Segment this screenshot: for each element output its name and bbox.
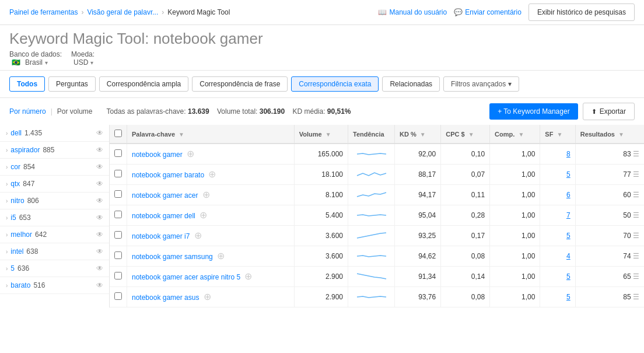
row-checkbox[interactable]: [114, 272, 122, 279]
eye-icon[interactable]: 👁: [96, 163, 103, 171]
detail-icon[interactable]: ☰: [633, 272, 639, 281]
keyword-link[interactable]: notebook gamer acer: [132, 191, 198, 200]
sidebar-item[interactable]: › intel 638 👁: [0, 243, 109, 260]
row-sf-cell[interactable]: 7: [540, 205, 575, 226]
row-check-cell[interactable]: [110, 267, 127, 287]
sidebar-item[interactable]: › qtx 847 👁: [0, 176, 109, 193]
sidebar-item[interactable]: › nitro 806 👁: [0, 193, 109, 209]
tab-exata[interactable]: Correspondência exata: [291, 76, 379, 92]
add-keyword-button[interactable]: ⊕: [204, 292, 211, 302]
sidebar-item[interactable]: › dell 1.435 👁: [0, 125, 109, 142]
history-button[interactable]: Exibir histórico de pesquisas: [528, 4, 635, 21]
detail-icon[interactable]: ☰: [633, 252, 639, 260]
sidebar-item[interactable]: › melhor 642 👁: [0, 226, 109, 243]
col-sf[interactable]: SF ▼: [540, 125, 575, 144]
keyword-link[interactable]: notebook gamer dell: [132, 212, 195, 220]
row-checkbox[interactable]: [114, 231, 122, 239]
row-results-cell: 60 ☰: [575, 185, 644, 205]
row-checkbox[interactable]: [114, 170, 122, 177]
row-sf-cell[interactable]: 5: [540, 165, 575, 185]
keyword-link[interactable]: notebook gamer acer aspire nitro 5: [132, 273, 240, 281]
db-selector[interactable]: 🇧🇷 Brasil ▾: [12, 58, 62, 67]
eye-icon[interactable]: 👁: [96, 230, 103, 239]
keyword-link[interactable]: notebook gamer asus: [132, 293, 199, 302]
row-keyword-cell: notebook gamer i7 ⊕: [127, 226, 295, 246]
eye-icon[interactable]: 👁: [96, 146, 103, 154]
row-sf-cell[interactable]: 4: [540, 246, 575, 267]
eye-icon[interactable]: 👁: [96, 247, 103, 256]
sidebar-item[interactable]: › aspirador 885 👁: [0, 142, 109, 159]
currency-chevron-icon: ▾: [90, 60, 93, 66]
breadcrumb-link-2[interactable]: Visão geral de palavr...: [87, 8, 158, 16]
eye-icon[interactable]: 👁: [96, 214, 103, 222]
detail-icon[interactable]: ☰: [633, 150, 639, 158]
keyword-link[interactable]: notebook gamer: [132, 151, 183, 159]
row-check-cell[interactable]: [110, 226, 127, 246]
row-sf-cell[interactable]: 6: [540, 185, 575, 205]
add-keyword-button[interactable]: ⊕: [208, 170, 216, 179]
eye-icon[interactable]: 👁: [96, 281, 103, 289]
row-checkbox[interactable]: [114, 292, 122, 300]
sort-by-number[interactable]: Por número: [9, 107, 46, 116]
breadcrumb-link-1[interactable]: Painel de ferramentas: [9, 8, 78, 16]
row-check-cell[interactable]: [110, 287, 127, 307]
sidebar-item[interactable]: › i5 653 👁: [0, 209, 109, 226]
tab-relacionadas[interactable]: Relacionadas: [382, 76, 440, 92]
add-keyword-button[interactable]: ⊕: [217, 251, 225, 261]
add-keyword-button[interactable]: ⊕: [187, 149, 194, 159]
col-results[interactable]: Resultados ▼: [575, 125, 644, 144]
row-check-cell[interactable]: [110, 144, 127, 165]
row-sf-cell[interactable]: 8: [540, 144, 575, 165]
row-check-cell[interactable]: [110, 246, 127, 267]
table-body: notebook gamer ⊕ 165.000 92,00 0,10 1,00…: [110, 144, 644, 307]
col-cpc[interactable]: CPC $ ▼: [441, 125, 490, 144]
add-keyword-button[interactable]: ⊕: [194, 231, 202, 240]
detail-icon[interactable]: ☰: [633, 211, 639, 219]
row-checkbox[interactable]: [114, 149, 122, 157]
row-sf-cell[interactable]: 5: [540, 287, 575, 307]
eye-icon[interactable]: 👁: [96, 264, 103, 272]
tab-frase[interactable]: Correspondência de frase: [192, 76, 288, 92]
detail-icon[interactable]: ☰: [633, 170, 639, 179]
sort-by-volume[interactable]: Por volume: [57, 107, 93, 116]
book-icon: 📖: [378, 8, 387, 16]
table-row: notebook gamer acer aspire nitro 5 ⊕ 2.9…: [110, 267, 644, 287]
export-button[interactable]: ⬆ Exportar: [583, 103, 635, 120]
detail-icon[interactable]: ☰: [633, 293, 639, 301]
row-checkbox[interactable]: [114, 211, 122, 218]
row-comp-cell: 1,00: [490, 205, 540, 226]
row-check-cell[interactable]: [110, 205, 127, 226]
row-sf-cell[interactable]: 5: [540, 226, 575, 246]
col-volume[interactable]: Volume ▼: [294, 125, 348, 144]
select-all-checkbox[interactable]: [114, 130, 122, 137]
detail-icon[interactable]: ☰: [633, 191, 639, 199]
add-keyword-button[interactable]: ⊕: [200, 211, 207, 220]
detail-icon[interactable]: ☰: [633, 232, 639, 240]
row-check-cell[interactable]: [110, 165, 127, 185]
sidebar-item[interactable]: › cor 854 👁: [0, 159, 109, 176]
keyword-link[interactable]: notebook gamer i7: [132, 232, 190, 240]
row-checkbox[interactable]: [114, 251, 122, 259]
tab-perguntas[interactable]: Perguntas: [48, 76, 96, 92]
row-check-cell[interactable]: [110, 185, 127, 205]
eye-icon[interactable]: 👁: [96, 180, 103, 188]
feedback-link[interactable]: 💬 Enviar comentário: [454, 8, 522, 16]
advanced-filters[interactable]: Filtros avançados ▾: [443, 76, 519, 92]
eye-icon[interactable]: 👁: [96, 197, 103, 205]
add-keyword-button[interactable]: ⊕: [244, 272, 252, 281]
col-comp[interactable]: Comp. ▼: [490, 125, 540, 144]
currency-selector[interactable]: USD ▾: [74, 58, 94, 67]
keyword-link[interactable]: notebook gamer barato: [132, 171, 204, 179]
manual-link[interactable]: 📖 Manual do usuário: [378, 8, 447, 16]
col-kd[interactable]: KD % ▼: [395, 125, 441, 144]
tab-todos[interactable]: Todos: [9, 76, 45, 92]
row-sf-cell[interactable]: 5: [540, 267, 575, 287]
eye-icon[interactable]: 👁: [96, 129, 103, 137]
add-keyword-button[interactable]: ⊕: [202, 190, 210, 200]
to-keyword-manager-button[interactable]: + To Keyword Manager: [489, 103, 578, 120]
row-checkbox[interactable]: [114, 190, 122, 198]
sidebar-item[interactable]: › 5 636 👁: [0, 260, 109, 277]
keyword-link[interactable]: notebook gamer samsung: [132, 253, 213, 261]
tab-ampla[interactable]: Correspondência ampla: [99, 76, 188, 92]
sidebar-item[interactable]: › barato 516 👁: [0, 277, 109, 294]
